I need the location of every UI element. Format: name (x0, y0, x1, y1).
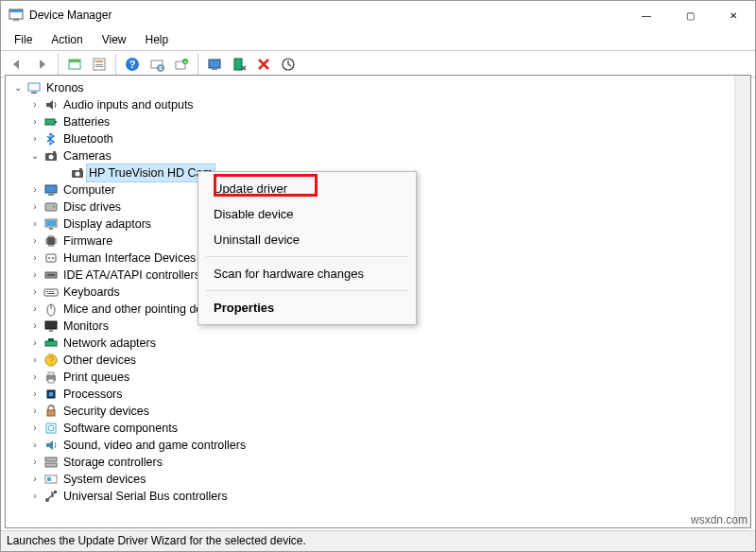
collapse-icon[interactable]: ⌄ (11, 79, 25, 96)
help-button[interactable]: ? (122, 54, 143, 75)
tree-item-label: Keyboards (62, 284, 121, 301)
menu-action[interactable]: Action (43, 31, 90, 48)
tree-root[interactable]: ⌄Kronos (9, 79, 750, 96)
cm-separator (206, 256, 408, 257)
expand-icon[interactable]: › (28, 454, 42, 471)
scan-changes-button[interactable] (278, 54, 299, 75)
expand-icon[interactable]: › (28, 250, 42, 267)
tree-item[interactable]: ›Universal Serial Bus controllers (9, 488, 750, 505)
minimize-button[interactable]: — (625, 1, 668, 29)
expand-icon[interactable]: ⌄ (28, 147, 42, 164)
expand-icon[interactable]: › (28, 437, 42, 454)
update-driver-button[interactable] (204, 54, 225, 75)
expand-icon[interactable]: › (28, 335, 42, 352)
svg-rect-44 (46, 291, 48, 292)
camera-icon (43, 148, 59, 164)
tree-item[interactable]: ›Security devices (9, 403, 750, 420)
svg-rect-32 (45, 203, 57, 211)
properties-button[interactable] (89, 54, 110, 75)
expand-icon[interactable]: › (28, 420, 42, 437)
disable-device-button[interactable] (229, 54, 249, 75)
expand-icon[interactable]: › (28, 318, 42, 335)
menu-view[interactable]: View (94, 31, 134, 48)
expand-icon[interactable]: › (28, 113, 42, 130)
cm-update-driver[interactable]: Update driver (198, 176, 416, 201)
svg-rect-26 (53, 151, 56, 153)
tree-item[interactable]: ›Sound, video and game controllers (9, 437, 750, 454)
tree-item[interactable]: ⌄Cameras (9, 147, 750, 164)
display-icon (43, 216, 59, 232)
storage-icon (43, 455, 59, 470)
scan-button[interactable] (146, 54, 167, 75)
expand-icon[interactable]: › (28, 386, 42, 403)
add-legacy-button[interactable]: + (171, 54, 192, 75)
usb-icon (43, 489, 59, 504)
tree-item-label: Sound, video and game controllers (62, 437, 247, 454)
tree-item[interactable]: ›Audio inputs and outputs (9, 96, 750, 113)
svg-rect-30 (45, 185, 57, 193)
svg-point-25 (49, 155, 54, 160)
scrollbar[interactable] (734, 76, 750, 527)
expand-icon[interactable]: › (28, 488, 42, 505)
expand-icon[interactable]: › (28, 301, 42, 318)
svg-rect-7 (95, 64, 103, 65)
expand-icon[interactable]: › (28, 96, 42, 113)
maximize-button[interactable]: ▢ (668, 1, 712, 29)
svg-rect-60 (49, 392, 53, 396)
cm-disable-device[interactable]: Disable device (198, 201, 416, 227)
tree-item[interactable]: ›Storage controllers (9, 454, 750, 471)
expand-icon[interactable]: › (28, 369, 42, 386)
back-button[interactable] (7, 54, 27, 75)
expand-icon[interactable]: › (28, 181, 42, 198)
expand-icon[interactable]: › (28, 284, 42, 301)
show-hidden-button[interactable] (64, 54, 85, 75)
titlebar: Device Manager — ▢ ✕ (1, 1, 755, 29)
expand-icon[interactable]: › (28, 233, 42, 250)
forward-button[interactable] (31, 54, 52, 75)
expand-icon[interactable]: › (28, 471, 42, 488)
tree-item[interactable]: ›Network adapters (9, 335, 750, 352)
svg-point-28 (76, 172, 80, 177)
tree-item[interactable]: ›System devices (9, 471, 750, 488)
expand-icon[interactable]: › (28, 198, 42, 216)
mouse-icon (43, 302, 59, 317)
chip-icon (43, 233, 59, 249)
expand-icon[interactable]: › (28, 352, 42, 369)
menu-help[interactable]: Help (138, 31, 177, 48)
cm-uninstall-device[interactable]: Uninstall device (198, 227, 416, 252)
disk-icon (43, 199, 59, 215)
tree-item[interactable]: ›Print queues (9, 369, 750, 386)
svg-text:+: + (183, 58, 188, 66)
tree-item[interactable]: ›Processors (9, 386, 750, 403)
cm-scan-changes[interactable]: Scan for hardware changes (198, 261, 416, 286)
uninstall-device-button[interactable] (253, 54, 274, 75)
svg-rect-46 (52, 291, 54, 292)
menu-file[interactable]: File (7, 31, 40, 48)
tree-item-label: Audio inputs and outputs (62, 96, 195, 113)
svg-rect-18 (234, 59, 242, 70)
svg-rect-69 (54, 491, 57, 493)
cm-properties[interactable]: Properties (198, 295, 416, 320)
tree-item[interactable]: ›Bluetooth (9, 130, 750, 147)
svg-rect-58 (48, 379, 54, 383)
svg-rect-51 (49, 330, 53, 332)
tree-item-label: Computer (62, 181, 116, 198)
expand-icon[interactable]: › (28, 403, 42, 420)
tree-item[interactable]: ›Software components (9, 420, 750, 437)
expand-icon[interactable]: › (28, 130, 42, 147)
computer-icon (26, 80, 42, 95)
camera-icon (70, 165, 85, 181)
menubar: File Action View Help (1, 29, 755, 51)
tree-item[interactable]: ›Batteries (9, 113, 750, 130)
tree-item[interactable]: ›?Other devices (9, 352, 750, 369)
svg-point-39 (48, 257, 50, 259)
svg-rect-35 (46, 220, 56, 226)
close-button[interactable]: ✕ (712, 1, 755, 29)
svg-rect-22 (45, 119, 55, 125)
tree-item-label: Batteries (62, 113, 111, 130)
expand-icon[interactable]: › (28, 267, 42, 284)
tree-item-label: Security devices (62, 403, 150, 420)
svg-rect-52 (45, 341, 57, 346)
svg-rect-65 (45, 463, 57, 467)
expand-icon[interactable]: › (28, 216, 42, 233)
